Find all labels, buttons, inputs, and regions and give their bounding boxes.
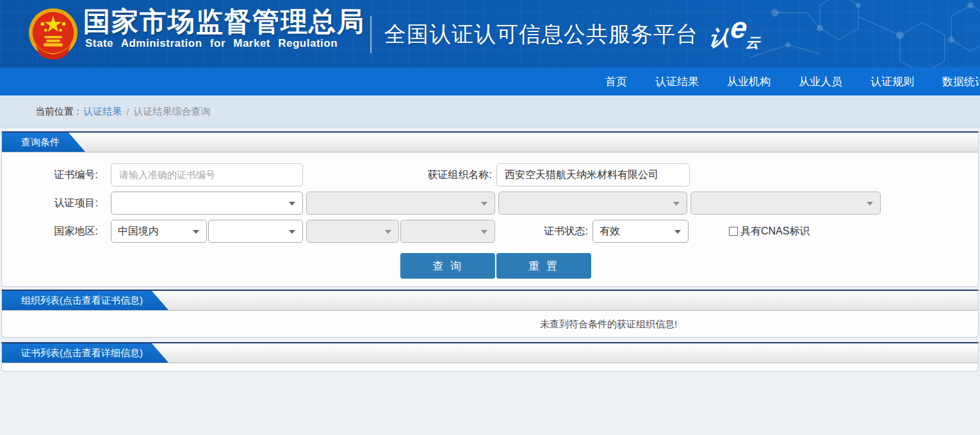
cert-list-tab: 证书列表(点击查看详细信息) bbox=[2, 343, 168, 363]
breadcrumb-current-page: 认证结果综合查询 bbox=[134, 106, 211, 118]
query-section: 查询条件 证书编号: 获证组织名称: 认证项目: 国家地区: 中国境内 bbox=[1, 131, 979, 287]
cert-status-select[interactable]: 有效 bbox=[592, 220, 689, 243]
header-divider bbox=[370, 16, 372, 53]
region-select-district bbox=[400, 220, 495, 243]
renyun-cloud-logo: 认 e 云 bbox=[708, 15, 763, 53]
nav-item-personnel[interactable]: 从业人员 bbox=[799, 74, 842, 89]
cert-list-header: 证书列表(点击查看详细信息) bbox=[1, 342, 979, 363]
cert-project-label: 认证项目: bbox=[2, 192, 98, 215]
chevron-down-icon bbox=[867, 202, 873, 206]
chevron-down-icon bbox=[481, 202, 487, 206]
project-select-4 bbox=[690, 192, 881, 215]
logo-char-yun: 云 bbox=[745, 33, 761, 53]
cert-list-body bbox=[1, 363, 979, 372]
project-select-3 bbox=[498, 192, 687, 215]
cert-status-label: 证书状态: bbox=[492, 220, 588, 243]
org-list-empty-message: 未查到符合条件的获证组织信息! bbox=[2, 311, 978, 338]
query-section-tab: 查询条件 bbox=[2, 133, 85, 152]
chevron-down-icon bbox=[385, 230, 391, 234]
cert-no-input[interactable] bbox=[111, 163, 303, 186]
org-list-header: 组织列表(点击查看证书信息) bbox=[1, 290, 979, 311]
org-name-input[interactable] bbox=[496, 163, 690, 186]
org-list-body: 未查到符合条件的获证组织信息! bbox=[1, 311, 979, 338]
nav-item-home[interactable]: 首页 bbox=[605, 74, 627, 89]
logo-char-ren: 认 bbox=[708, 24, 731, 53]
breadcrumb-link-cert-results[interactable]: 认证结果 bbox=[83, 106, 122, 118]
chevron-down-icon bbox=[193, 230, 199, 234]
breadcrumb: 当前位置 : 认证结果 / 认证结果综合查询 bbox=[0, 95, 980, 128]
chevron-down-icon bbox=[673, 202, 680, 206]
region-select-city bbox=[306, 220, 399, 243]
chevron-down-icon bbox=[481, 230, 487, 234]
cert-no-label: 证书编号: bbox=[2, 163, 98, 186]
chevron-down-icon bbox=[289, 230, 295, 234]
org-name-en: State Administration for Market Regulati… bbox=[85, 37, 338, 50]
org-list-tab: 组织列表(点击查看证书信息) bbox=[2, 291, 168, 310]
cnas-checkbox-group[interactable]: 具有CNAS标识 bbox=[729, 220, 810, 243]
nav-items: 首页 认证结果 从业机构 从业人员 认证规则 数据统计 bbox=[605, 68, 980, 95]
cnas-label: 具有CNAS标识 bbox=[740, 225, 810, 238]
chevron-down-icon bbox=[289, 202, 295, 206]
org-name-cn: 国家市场监督管理总局 bbox=[83, 4, 365, 40]
chevron-down-icon bbox=[674, 230, 681, 234]
cert-status-select-value: 有效 bbox=[600, 225, 620, 238]
region-select-country[interactable]: 中国境内 bbox=[111, 220, 207, 243]
main-nav: 首页 认证结果 从业机构 从业人员 认证规则 数据统计 bbox=[0, 68, 980, 95]
nav-item-cert-rules[interactable]: 认证规则 bbox=[870, 74, 914, 89]
project-select-1[interactable] bbox=[111, 192, 303, 215]
cnas-checkbox[interactable] bbox=[729, 227, 738, 236]
nav-item-cert-results[interactable]: 认证结果 bbox=[655, 74, 699, 89]
country-region-label: 国家地区: bbox=[2, 220, 98, 243]
nav-item-data-statistics[interactable]: 数据统计 bbox=[942, 74, 980, 89]
cert-list-section: 证书列表(点击查看详细信息) bbox=[1, 342, 979, 372]
site-header: 国家市场监督管理总局 State Administration for Mark… bbox=[0, 0, 980, 68]
search-button[interactable]: 查 询 bbox=[400, 253, 495, 279]
region-select-country-value: 中国境内 bbox=[118, 225, 159, 238]
national-emblem-icon bbox=[27, 7, 79, 60]
nav-item-institutions[interactable]: 从业机构 bbox=[727, 74, 771, 89]
query-form: 证书编号: 获证组织名称: 认证项目: 国家地区: 中国境内 bbox=[1, 152, 979, 287]
reset-button[interactable]: 重 置 bbox=[496, 253, 591, 279]
org-name-label: 获证组织名称: bbox=[380, 163, 492, 186]
region-select-province[interactable] bbox=[208, 220, 303, 243]
breadcrumb-label: 当前位置 : bbox=[35, 106, 79, 118]
query-section-header: 查询条件 bbox=[1, 131, 979, 152]
breadcrumb-separator: / bbox=[126, 106, 129, 117]
org-list-section: 组织列表(点击查看证书信息) 未查到符合条件的获证组织信息! bbox=[1, 290, 979, 338]
platform-title: 全国认证认可信息公共服务平台 bbox=[384, 20, 698, 49]
project-select-2 bbox=[306, 192, 495, 215]
